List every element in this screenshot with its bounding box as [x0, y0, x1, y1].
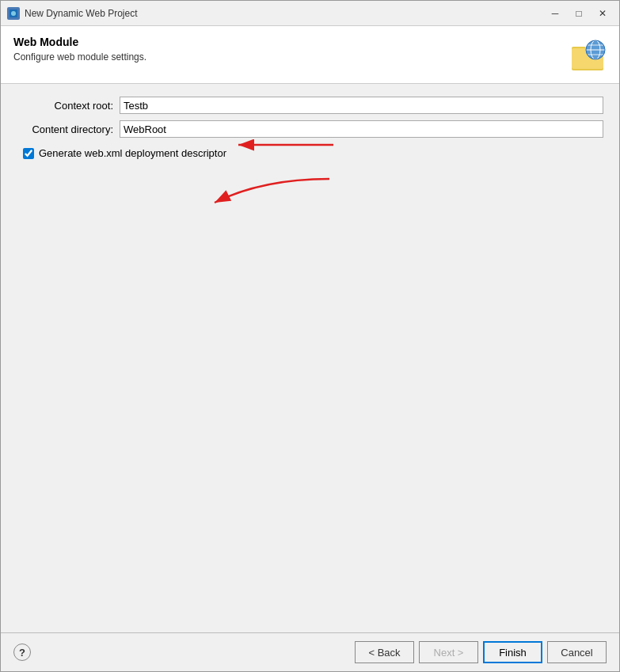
- checkbox-row: Generate web.xml deployment descriptor: [23, 147, 603, 159]
- header-section: Web Module Configure web module settings…: [1, 26, 619, 84]
- help-button[interactable]: ?: [13, 644, 31, 661]
- content-directory-label: Content directory:: [17, 123, 120, 135]
- footer-section: ? < Back Next > Finish Cancel: [1, 632, 619, 671]
- generate-xml-checkbox[interactable]: [23, 148, 34, 159]
- footer-left: ?: [13, 644, 31, 661]
- folder-globe-icon: [569, 36, 607, 74]
- content-area: Web Module Configure web module settings…: [1, 26, 619, 671]
- context-root-row: Context root:: [17, 97, 603, 114]
- title-bar: New Dynamic Web Project ─ □ ✕: [1, 1, 619, 26]
- page-title: Web Module: [13, 36, 146, 48]
- main-window: New Dynamic Web Project ─ □ ✕ Web Module…: [0, 0, 620, 672]
- window-controls: ─ □ ✕: [545, 6, 613, 21]
- context-root-input[interactable]: [120, 97, 603, 114]
- page-subtitle: Configure web module settings.: [13, 51, 146, 63]
- header-icon: [569, 36, 607, 74]
- next-button[interactable]: Next >: [419, 641, 478, 663]
- window-title: New Dynamic Web Project: [25, 8, 545, 19]
- generate-xml-label: Generate web.xml deployment descriptor: [39, 147, 226, 159]
- footer-buttons: < Back Next > Finish Cancel: [355, 641, 607, 663]
- maximize-button[interactable]: □: [569, 6, 589, 21]
- close-button[interactable]: ✕: [592, 6, 613, 21]
- cancel-button[interactable]: Cancel: [547, 641, 607, 663]
- content-directory-row: Content directory:: [17, 120, 603, 138]
- back-button[interactable]: < Back: [355, 641, 414, 663]
- finish-button[interactable]: Finish: [483, 641, 542, 663]
- svg-point-1: [11, 11, 16, 16]
- context-root-label: Context root:: [17, 100, 120, 112]
- minimize-button[interactable]: ─: [545, 6, 565, 21]
- arrow-checkbox: [199, 173, 333, 208]
- header-text: Web Module Configure web module settings…: [13, 36, 146, 63]
- form-section: Context root: Content directory:: [1, 84, 619, 632]
- window-icon: [7, 7, 20, 20]
- content-directory-input[interactable]: [120, 120, 603, 138]
